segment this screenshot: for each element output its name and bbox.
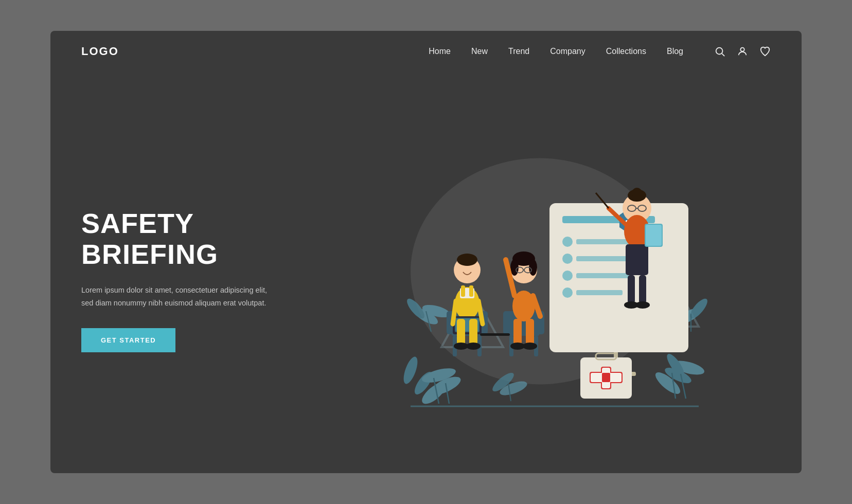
nav-item-blog[interactable]: Blog (667, 47, 683, 56)
page-container: LOGO Home New Trend Company Collections … (50, 31, 802, 473)
svg-point-36 (562, 254, 573, 264)
svg-point-2 (740, 48, 744, 51)
nav-item-collections[interactable]: Collections (606, 47, 646, 56)
svg-rect-91 (461, 285, 465, 297)
heart-icon (759, 46, 771, 57)
svg-point-84 (523, 343, 537, 350)
nav-link-company[interactable]: Company (550, 47, 585, 56)
svg-rect-60 (646, 225, 662, 246)
svg-point-53 (632, 188, 642, 198)
nav-item-home[interactable]: Home (429, 47, 451, 56)
svg-rect-92 (469, 285, 473, 297)
nav-item-trend[interactable]: Trend (508, 47, 529, 56)
svg-point-104 (466, 343, 481, 350)
svg-point-103 (454, 343, 468, 350)
svg-rect-41 (576, 290, 623, 295)
hero-description: Lorem ipsum dolor sit amet, consectetuer… (81, 284, 277, 309)
wishlist-button[interactable] (759, 46, 771, 57)
svg-rect-49 (602, 373, 610, 382)
nav-icons (714, 46, 771, 57)
nav-link-new[interactable]: New (471, 47, 488, 56)
user-button[interactable] (737, 46, 748, 57)
svg-rect-82 (526, 319, 534, 345)
nav-link-blog[interactable]: Blog (667, 47, 683, 56)
svg-rect-98 (480, 333, 510, 336)
leaves-center (490, 370, 528, 401)
nav-link-trend[interactable]: Trend (508, 47, 529, 56)
svg-rect-101 (457, 319, 465, 345)
svg-line-1 (722, 53, 724, 56)
svg-rect-58 (626, 244, 648, 275)
svg-rect-64 (639, 275, 646, 303)
svg-point-94 (457, 254, 477, 266)
search-icon (714, 46, 725, 57)
nav-link-collections[interactable]: Collections (606, 47, 646, 56)
presentation-board (549, 203, 688, 376)
svg-point-0 (716, 48, 723, 55)
svg-point-38 (562, 271, 573, 281)
svg-point-34 (562, 237, 573, 247)
svg-line-99 (453, 301, 456, 324)
illustration: ! ! (359, 131, 719, 429)
student-raising-hand (503, 251, 544, 356)
search-button[interactable] (714, 46, 725, 57)
logo: LOGO (81, 45, 119, 58)
nav-link-home[interactable]: Home (429, 47, 451, 56)
svg-rect-37 (576, 256, 628, 261)
navbar: LOGO Home New Trend Company Collections … (50, 31, 802, 72)
first-aid-box (580, 353, 632, 399)
user-icon (737, 46, 748, 57)
svg-rect-63 (628, 275, 635, 303)
svg-rect-39 (576, 273, 633, 278)
hero-section: SAFETY BRIEFING Lorem ipsum dolor sit am… (50, 72, 802, 473)
nav-links: Home New Trend Company Collections Blog (429, 47, 683, 56)
svg-rect-81 (513, 319, 522, 345)
svg-point-11 (401, 355, 420, 385)
hero-left: SAFETY BRIEFING Lorem ipsum dolor sit am… (81, 208, 308, 352)
svg-point-40 (562, 287, 573, 298)
get-started-button[interactable]: GET STARTED (81, 328, 175, 352)
hero-title: SAFETY BRIEFING (81, 208, 308, 269)
svg-rect-102 (469, 319, 477, 345)
nav-item-company[interactable]: Company (550, 47, 585, 56)
svg-point-83 (510, 343, 525, 350)
svg-point-66 (635, 301, 650, 309)
nav-item-new[interactable]: New (471, 47, 488, 56)
hero-right: ! ! (308, 87, 771, 473)
